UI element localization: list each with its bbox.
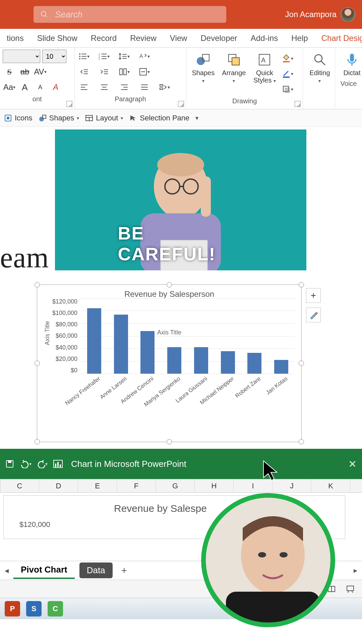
resize-handle-ml[interactable] <box>35 361 40 366</box>
shrink-font-button[interactable]: A <box>34 80 47 94</box>
chart-bar[interactable] <box>167 347 181 374</box>
shapes-button[interactable]: Shapes▾ <box>189 50 217 86</box>
excel-column-header[interactable]: G <box>156 479 195 492</box>
svg-rect-73 <box>8 461 11 463</box>
shape-outline-button[interactable]: ▾ <box>281 67 294 80</box>
excel-column-header[interactable]: F <box>117 479 156 492</box>
excel-column-header[interactable]: L <box>350 479 362 492</box>
chart-bar[interactable] <box>274 360 288 374</box>
tab-view[interactable]: View <box>163 29 194 47</box>
excel-column-header[interactable]: C <box>0 479 39 492</box>
grow-font-button[interactable]: A <box>18 80 32 94</box>
layout-command[interactable]: Layout▾ <box>85 114 123 122</box>
sheet-nav-prev[interactable]: ◂ <box>5 566 9 575</box>
excel-column-header[interactable]: E <box>78 479 117 492</box>
excel-column-header[interactable]: K <box>311 479 350 492</box>
svg-rect-75 <box>55 464 56 467</box>
resize-handle-tr[interactable] <box>299 282 304 287</box>
chart-bar[interactable] <box>140 331 155 374</box>
excel-column-header[interactable]: J <box>273 479 311 492</box>
chart-bar[interactable] <box>114 315 128 374</box>
user-account[interactable]: Jon Acampora <box>285 7 355 22</box>
resize-handle-bl[interactable] <box>35 439 40 444</box>
convert-smartart-button[interactable]: ▾ <box>158 80 171 94</box>
excel-column-header[interactable]: H <box>195 479 234 492</box>
text-direction-button[interactable]: A▾ <box>138 50 151 63</box>
excel-close-button[interactable]: ✕ <box>348 458 357 470</box>
tab-chart-design[interactable]: Chart Design <box>315 29 362 47</box>
increase-indent-button[interactable] <box>98 65 111 78</box>
align-left-button[interactable] <box>77 80 91 94</box>
chart-elements-button[interactable]: + <box>306 288 321 303</box>
align-text-button[interactable]: ▾ <box>138 65 151 78</box>
toolbar-overflow[interactable]: ▾ <box>195 114 198 122</box>
chart-y-tick: $20,000 <box>56 356 77 363</box>
chart-bar[interactable] <box>247 353 261 374</box>
quick-styles-button[interactable]: A Quick Styles ▾ <box>250 50 279 86</box>
excel-undo-button[interactable]: ▾ <box>20 458 32 470</box>
resize-handle-br[interactable] <box>299 439 304 444</box>
font-size-select[interactable]: 10 <box>42 50 66 63</box>
line-spacing-button[interactable]: ▾ <box>118 50 131 63</box>
shapes-command[interactable]: Shapes▾ <box>39 114 79 122</box>
sheet-add-button[interactable]: + <box>117 565 131 576</box>
chart-bar[interactable] <box>221 351 235 374</box>
shape-effects-button[interactable]: ▾ <box>281 83 294 96</box>
search-input[interactable] <box>55 9 220 20</box>
dictate-button[interactable]: Dictat <box>338 50 362 78</box>
excel-column-header[interactable]: D <box>39 479 78 492</box>
sheet-tab-data[interactable]: Data <box>79 562 113 578</box>
font-name-select[interactable] <box>3 50 40 63</box>
align-right-button[interactable] <box>118 80 131 94</box>
drawing-dialog-launcher[interactable] <box>295 101 301 107</box>
selection-pane-command[interactable]: Selection Pane <box>129 114 189 122</box>
tab-developer[interactable]: Developer <box>194 29 244 47</box>
resize-handle-bc[interactable] <box>167 439 172 444</box>
resize-handle-tl[interactable] <box>35 282 40 287</box>
icons-command[interactable]: Icons <box>4 114 33 122</box>
excel-column-header[interactable]: I <box>234 479 273 492</box>
tab-record[interactable]: Record <box>84 29 123 47</box>
clear-formatting-button[interactable]: A <box>49 80 62 94</box>
strikethrough-button[interactable]: S <box>3 65 16 78</box>
chart-styles-button[interactable] <box>306 308 321 322</box>
tab-help[interactable]: Help <box>285 29 314 47</box>
decrease-indent-button[interactable] <box>77 65 91 78</box>
chart-bar[interactable] <box>194 347 208 374</box>
chart-plot-area[interactable] <box>81 298 295 374</box>
editing-button[interactable]: Editing▾ <box>306 50 334 86</box>
sheet-scroll-right[interactable]: ▸ <box>354 566 357 575</box>
tab-slide-show[interactable]: Slide Show <box>31 29 84 47</box>
tab-add-ins[interactable]: Add-ins <box>244 29 285 47</box>
resize-handle-mr[interactable] <box>299 361 304 366</box>
chart-object[interactable]: + Revenue by Salesperson Axis Title $120… <box>37 284 302 442</box>
svg-rect-52 <box>285 88 290 93</box>
chart-y-tick: $40,000 <box>56 344 77 351</box>
taskbar-snagit[interactable]: S <box>26 601 42 616</box>
paragraph-dialog-launcher[interactable] <box>178 101 184 107</box>
taskbar-camtasia[interactable]: C <box>48 601 63 616</box>
excel-chart-icon[interactable] <box>52 458 64 470</box>
columns-button[interactable]: ▾ <box>118 65 131 78</box>
double-strikethrough-button[interactable]: ab <box>18 65 32 78</box>
arrange-button[interactable]: Arrange▾ <box>219 50 248 86</box>
bullets-button[interactable]: ▾ <box>77 50 91 63</box>
excel-redo-button[interactable]: ▾ <box>36 458 48 470</box>
search-box[interactable] <box>34 6 226 23</box>
slideshow-view-button[interactable] <box>345 584 355 594</box>
excel-save-button[interactable] <box>4 458 15 470</box>
justify-button[interactable] <box>138 80 151 94</box>
chart-bar[interactable] <box>87 308 101 374</box>
change-case-button[interactable]: Aa▾ <box>3 80 16 94</box>
tab-transitions-partial[interactable]: tions <box>0 29 31 47</box>
shape-fill-button[interactable]: ▾ <box>281 52 294 65</box>
resize-handle-tc[interactable] <box>167 282 172 287</box>
font-dialog-launcher[interactable] <box>66 101 72 107</box>
slide-canvas[interactable]: eam P BE CAREFUL! + Revenue by Salespers… <box>0 127 362 449</box>
align-center-button[interactable] <box>98 80 111 94</box>
character-spacing-button[interactable]: AV▾ <box>34 65 47 78</box>
sheet-tab-pivot-chart[interactable]: Pivot Chart <box>13 562 75 579</box>
tab-review[interactable]: Review <box>123 29 163 47</box>
numbering-button[interactable]: 123▾ <box>98 50 111 63</box>
taskbar-powerpoint[interactable]: P <box>5 601 20 616</box>
